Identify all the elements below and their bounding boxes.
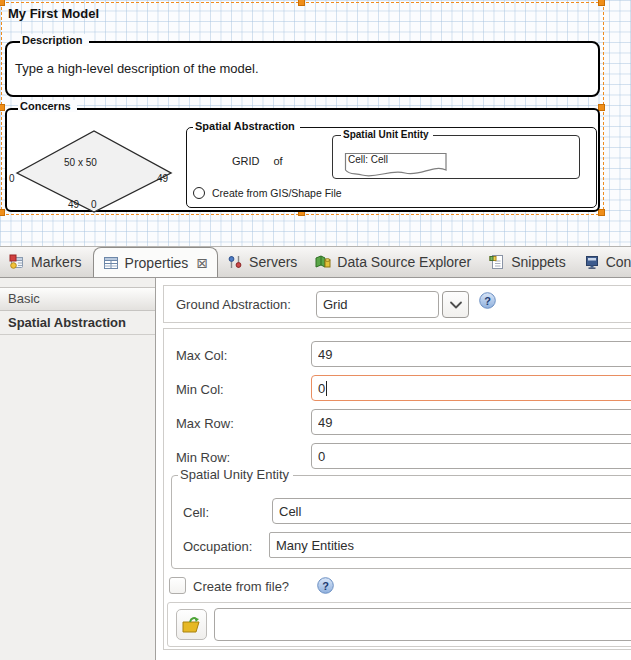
cell-label: Cell:	[183, 505, 209, 520]
tab-label: Snippets	[511, 254, 565, 270]
tab-label: Console	[606, 254, 631, 270]
selection-handle[interactable]	[298, 0, 305, 6]
servers-icon	[227, 254, 243, 270]
create-from-gis-radio-row: Create from GIS/Shape File	[193, 187, 342, 199]
tab-label: Data Source Explorer	[337, 254, 471, 270]
sidebar-item-basic[interactable]: Basic	[0, 287, 155, 311]
text-caret	[326, 381, 327, 396]
description-groupbox[interactable]: Description Type a high-level descriptio…	[5, 41, 600, 97]
occupation-label: Occupation:	[183, 539, 252, 554]
svg-text:?: ?	[484, 295, 491, 307]
tab-label: Servers	[249, 254, 297, 270]
tab-properties[interactable]: Properties ⊠	[93, 247, 219, 277]
create-from-file-checkbox[interactable]	[169, 577, 186, 594]
description-group-label: Description	[20, 34, 89, 46]
tab-markers[interactable]: Markers	[0, 247, 91, 277]
spatial-unity-entity-fieldset: Spatial Unity Entity Cell: Occupation:	[171, 475, 631, 569]
ground-abstraction-panel: Ground Abstraction: ?	[163, 285, 631, 323]
selection-handle[interactable]	[0, 104, 5, 111]
selection-handle[interactable]	[0, 209, 5, 216]
radio-icon[interactable]	[193, 187, 205, 199]
ground-abstraction-input[interactable]	[316, 291, 439, 318]
spatial-abstraction-group-label: Spatial Abstraction	[193, 120, 300, 132]
close-icon[interactable]: ⊠	[196, 256, 208, 270]
cell-input[interactable]	[272, 498, 631, 524]
selection-handle[interactable]	[0, 0, 5, 6]
console-icon	[584, 254, 600, 270]
tab-snippets[interactable]: Snippets	[480, 247, 574, 277]
selection-handle[interactable]	[598, 209, 605, 216]
tab-label: Properties	[125, 255, 189, 271]
diagram-canvas[interactable]: My First Model Description Type a high-l…	[0, 0, 631, 246]
file-path-input[interactable]	[214, 608, 631, 641]
browse-file-button[interactable]	[176, 609, 207, 640]
properties-icon	[103, 255, 119, 271]
grid-right-label: 49	[157, 173, 168, 184]
description-text: Type a high-level description of the mod…	[15, 61, 259, 76]
concerns-groupbox[interactable]: Concerns 50 x 50 0 49 49 0 Spatial Abstr…	[5, 108, 600, 212]
grid-of-text: GRIDof	[232, 155, 283, 167]
sidebar-item-spatial-abstraction[interactable]: Spatial Abstraction	[0, 311, 155, 335]
markers-icon	[9, 254, 25, 270]
create-from-file-label: Create from file?	[193, 579, 289, 594]
data-source-explorer-icon	[315, 254, 331, 270]
chevron-down-icon	[449, 299, 463, 311]
snippets-icon	[489, 254, 505, 270]
create-from-gis-radio-label: Create from GIS/Shape File	[212, 187, 342, 199]
tab-data-source-explorer[interactable]: Data Source Explorer	[306, 247, 480, 277]
min-col-input[interactable]	[311, 375, 631, 401]
grid-bottom-right-label: 0	[91, 199, 97, 210]
occupation-combo[interactable]	[269, 532, 631, 558]
ground-abstraction-label: Ground Abstraction:	[176, 297, 291, 312]
view-tabbar: Markers Properties ⊠ Servers	[0, 246, 631, 278]
ground-abstraction-dropdown-button[interactable]	[442, 291, 469, 318]
help-icon[interactable]: ?	[317, 577, 334, 594]
min-row-label: Min Row:	[176, 450, 230, 465]
tab-console[interactable]: Console	[575, 247, 631, 277]
workbench: My First Model Description Type a high-l…	[0, 0, 631, 660]
grid-size-label: 50 x 50	[64, 157, 97, 168]
help-icon[interactable]: ?	[479, 292, 496, 309]
file-chooser-panel	[167, 602, 631, 647]
spatial-unit-entity-group-label: Spatial Unit Entity	[341, 129, 433, 140]
svg-text:?: ?	[322, 580, 329, 592]
max-col-label: Max Col:	[176, 348, 227, 363]
cell-note-text: Cell: Cell	[348, 154, 388, 165]
grid-bottom-left-label: 49	[68, 199, 79, 210]
tab-servers[interactable]: Servers	[218, 247, 306, 277]
min-row-input[interactable]	[311, 443, 631, 469]
spatial-unit-entity-groupbox[interactable]: Spatial Unit Entity Cell: Cell	[332, 135, 580, 179]
min-col-label: Min Col:	[176, 382, 224, 397]
spatial-abstraction-groupbox[interactable]: Spatial Abstraction GRIDof Spatial Unit …	[186, 127, 597, 208]
spatial-abstraction-form-panel: Max Col: Min Col: Max Row: Min Row: Spat…	[163, 328, 631, 650]
concerns-group-label: Concerns	[18, 100, 77, 112]
selection-handle[interactable]	[598, 0, 605, 6]
tab-label: Markers	[31, 254, 82, 270]
properties-view: Basic Spatial Abstraction Ground Abstrac…	[0, 278, 631, 660]
grid-left-label: 0	[9, 173, 15, 184]
max-row-input[interactable]	[311, 409, 631, 435]
open-folder-icon	[181, 616, 203, 634]
spatial-unity-entity-legend: Spatial Unity Entity	[178, 467, 293, 482]
max-col-input[interactable]	[311, 341, 631, 367]
properties-sidebar: Basic Spatial Abstraction	[0, 278, 156, 660]
max-row-label: Max Row:	[176, 416, 234, 431]
